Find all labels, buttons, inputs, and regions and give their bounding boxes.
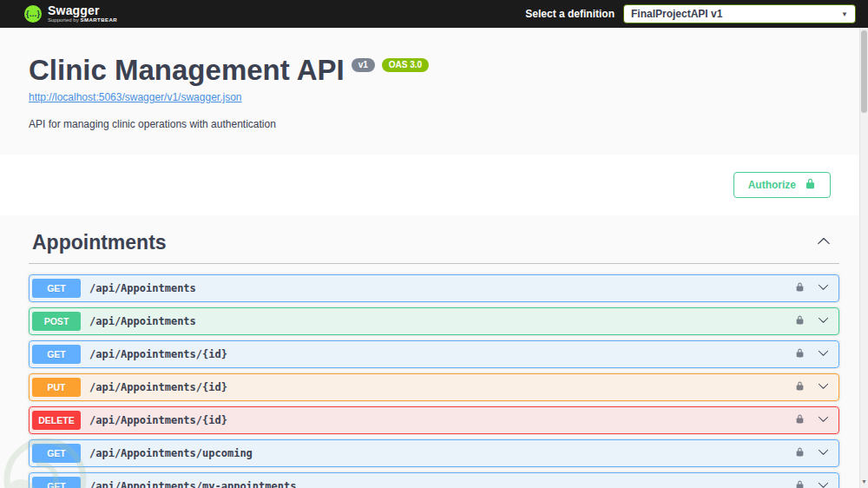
page-title: Clinic Management API v1 OAS 3.0: [29, 56, 839, 84]
chevron-down-icon[interactable]: [818, 379, 829, 395]
endpoint-row-icons: [795, 379, 829, 395]
endpoint-row[interactable]: GET /api/Appointments/my-appointments: [29, 472, 839, 488]
endpoint-path: /api/Appointments: [89, 282, 795, 294]
chevron-down-icon: ▼: [841, 10, 848, 18]
lock-icon[interactable]: [795, 478, 805, 488]
endpoint-row-icons: [795, 445, 829, 461]
endpoint-row-icons: [795, 412, 829, 428]
endpoint-path: /api/Appointments/{id}: [89, 381, 795, 393]
lock-icon[interactable]: [795, 379, 805, 395]
chevron-up-icon[interactable]: [817, 234, 831, 252]
endpoint-path: /api/Appointments: [89, 315, 795, 327]
lock-icon[interactable]: [795, 412, 805, 428]
chevron-down-icon[interactable]: [818, 346, 829, 362]
api-title-text: Clinic Management API: [29, 56, 345, 84]
endpoint-summary: DELETE /api/Appointments/{id}: [30, 407, 838, 433]
scheme-container: Authorize: [0, 155, 868, 215]
lock-icon[interactable]: [795, 313, 805, 329]
chevron-down-icon[interactable]: [818, 478, 829, 488]
definition-select-value: FinalProjectAPI v1: [631, 8, 722, 20]
endpoint-summary: PUT /api/Appointments/{id}: [30, 374, 838, 400]
lock-icon[interactable]: [795, 445, 805, 461]
swagger-logo-text: Swagger: [48, 4, 117, 17]
endpoint-row-icons: [795, 313, 829, 329]
scrollbar-thumb[interactable]: [861, 30, 867, 113]
chevron-down-icon[interactable]: [818, 445, 829, 461]
endpoint-row[interactable]: PUT /api/Appointments/{id}: [29, 373, 839, 401]
api-description: API for managing clinic operations with …: [29, 118, 839, 130]
endpoint-path: /api/Appointments/upcoming: [89, 447, 795, 459]
scrollbar-track[interactable]: ▼: [859, 28, 868, 488]
http-method-badge: DELETE: [32, 411, 81, 430]
supported-by-text: Supported by: [48, 17, 79, 23]
endpoint-summary: GET /api/Appointments/{id}: [30, 341, 838, 367]
definition-selector-group: Select a definition FinalProjectAPI v1 ▼: [525, 4, 856, 23]
topbar: {…} Swagger Supported by SMARTBEAR Selec…: [0, 0, 868, 28]
scrollbar-down-arrow[interactable]: ▼: [860, 477, 868, 487]
tag-appointments-header[interactable]: Appointments: [29, 219, 839, 264]
http-method-badge: GET: [32, 477, 81, 488]
endpoint-summary: GET /api/Appointments/my-appointments: [30, 473, 838, 488]
endpoint-list: GET /api/Appointments POST /api/Appointm…: [29, 274, 839, 488]
definition-select[interactable]: FinalProjectAPI v1 ▼: [623, 4, 856, 23]
endpoint-path: /api/Appointments/my-appointments: [89, 480, 795, 488]
authorize-button[interactable]: Authorize: [733, 172, 831, 198]
api-info-section: Clinic Management API v1 OAS 3.0 http://…: [0, 28, 868, 155]
spec-url-link[interactable]: http://localhost:5063/swagger/v1/swagger…: [29, 91, 241, 103]
oas-badge: OAS 3.0: [382, 58, 429, 72]
chevron-down-icon[interactable]: [818, 412, 829, 428]
lock-icon[interactable]: [795, 280, 805, 296]
endpoint-row-icons: [795, 478, 829, 488]
swagger-logo-icon: {…}: [24, 5, 42, 23]
tag-title: Appointments: [32, 231, 167, 254]
operations-section: Appointments GET /api/Appointments POST …: [0, 215, 868, 488]
chevron-down-icon[interactable]: [818, 313, 829, 329]
endpoint-row[interactable]: DELETE /api/Appointments/{id}: [29, 406, 839, 434]
endpoint-row[interactable]: POST /api/Appointments: [29, 307, 839, 335]
endpoint-summary: GET /api/Appointments/upcoming: [30, 440, 838, 466]
swagger-logo: {…} Swagger Supported by SMARTBEAR: [24, 4, 117, 23]
authorize-button-label: Authorize: [748, 179, 796, 191]
unlock-icon: [805, 177, 816, 193]
endpoint-row-icons: [795, 280, 829, 296]
endpoint-row-icons: [795, 346, 829, 362]
select-definition-label: Select a definition: [525, 8, 615, 20]
endpoint-row[interactable]: GET /api/Appointments/{id}: [29, 340, 839, 368]
endpoint-row[interactable]: GET /api/Appointments: [29, 274, 839, 302]
lock-icon[interactable]: [795, 346, 805, 362]
http-method-badge: GET: [32, 279, 81, 298]
http-method-badge: POST: [32, 312, 81, 331]
http-method-badge: GET: [32, 444, 81, 463]
version-badge: v1: [352, 58, 375, 72]
endpoint-path: /api/Appointments/{id}: [89, 414, 795, 426]
smartbear-text: SMARTBEAR: [80, 17, 117, 23]
endpoint-summary: GET /api/Appointments: [30, 275, 838, 301]
chevron-down-icon[interactable]: [818, 280, 829, 296]
endpoint-summary: POST /api/Appointments: [30, 308, 838, 334]
endpoint-row[interactable]: GET /api/Appointments/upcoming: [29, 439, 839, 467]
swagger-logo-subtext: Supported by SMARTBEAR: [48, 17, 117, 23]
endpoint-path: /api/Appointments/{id}: [89, 348, 795, 360]
http-method-badge: GET: [32, 345, 81, 364]
http-method-badge: PUT: [32, 378, 81, 397]
